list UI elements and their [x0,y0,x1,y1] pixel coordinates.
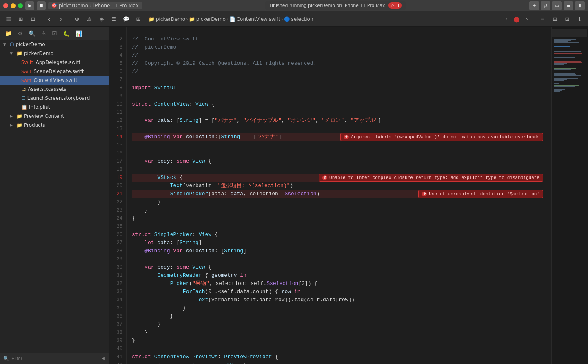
sidebar-nav-test[interactable]: ☑ [50,29,59,38]
tree-item-assets[interactable]: 🗂 Assets.xcassets [0,85,109,94]
code-line-34: Text(verbatim: self.data[row]).tag(self.… [132,296,543,304]
breadcrumb: 📁 pickerDemo › 📁 pickerDemo › 📄 ContentV… [145,16,499,22]
tree-item-appdelegate[interactable]: Swift AppDelegate.swift [0,58,109,67]
line-num-10: 10 [111,100,122,108]
project-name: pickerDemo [16,42,45,47]
breadcrumb-item-4[interactable]: 🔵 selection [284,16,313,22]
jump-bar-btn[interactable]: ⊞ [16,14,26,24]
close-button[interactable] [3,3,8,8]
line-num-25: 25 [111,223,122,231]
lines-btn[interactable]: ≡ [537,14,548,24]
show-related-btn[interactable]: ⊡ [28,14,38,24]
code-lines: // ContentView.swift // pickerDemo // //… [127,27,551,364]
tree-item-folder-pickerdemo[interactable]: ▼ 📁 pickerDemo [0,49,109,58]
sidebar-nav-search[interactable]: 🔍 [27,29,37,38]
line-num-17: 17 [111,157,122,165]
code-line-14: @Binding var selection:[String] = ["バナナ"… [132,133,543,141]
layout-button-3[interactable]: ▮ [575,1,585,10]
line-num-14: 14 [111,133,122,141]
run-button[interactable]: ▶ [25,1,34,10]
sidebar-nav-folder[interactable]: 📁 [3,29,13,38]
folder-icon-1: 📁 [149,16,155,22]
line-num-4: 4 [111,51,122,60]
tree-item-scenedelegate[interactable]: Swift SceneDelegate.swift [0,67,109,76]
sidebar: 📁 ⚙ 🔍 ⚠ ☑ 🐛 📊 ▼ ⬡ pickerDemo ▼ 📁 pickerD… [0,27,109,364]
code-line-16 [132,149,543,157]
tree-item-project[interactable]: ▼ ⬡ pickerDemo [0,40,109,49]
error-count: 3 [396,3,399,8]
sidebar-nav-issues[interactable]: ⚠ [40,29,48,38]
line-num-blank1 [111,27,122,35]
minimize-button[interactable] [11,3,16,8]
swift-icon-3: Swift [21,78,31,83]
bookmark-btn[interactable]: ◈ [96,14,107,24]
layout-button-2[interactable]: ▬ [564,1,573,10]
tree-item-infoplist[interactable]: 📋 Info.plist [0,103,109,112]
status-message-bar: Finished running pickerDemo on iPhone 11… [265,1,407,10]
line-num-6: 6 [111,68,122,76]
scheme-selector[interactable]: 🎯 pickerDemo › iPhone 11 Pro Max [48,2,142,9]
products-label: Products [24,122,45,128]
line-num-27: 27 [111,239,122,247]
back-button[interactable]: ‹ [44,14,54,24]
layout-button-1[interactable]: ▭ [552,1,562,10]
comment-btn[interactable]: 💬 [121,14,131,24]
tree-item-launchscreen[interactable]: ☐ LaunchScreen.storyboard [0,94,109,103]
folder-icon-products: 📁 [16,122,22,128]
split-view-button[interactable]: ⇄ [541,1,550,10]
sidebar-nav-reports[interactable]: 📊 [74,29,84,38]
toolbar-sep-2 [69,15,69,23]
breadcrumb-item-2[interactable]: 📁 pickerDemo [189,16,226,22]
plist-icon: 📋 [21,104,27,110]
prev-error-btn[interactable]: ‹ [501,14,512,24]
titlebar: ▶ ■ 🎯 pickerDemo › iPhone 11 Pro Max Fin… [0,0,588,11]
line-num-18: 18 [111,165,122,174]
sidebar-header: 📁 ⚙ 🔍 ⚠ ☑ 🐛 📊 [0,27,109,40]
stop-button[interactable]: ■ [37,1,46,10]
code-line-6: // [132,68,543,76]
code-line-2: // ContentView.swift [132,35,543,43]
code-line-12: var data: [String] = ["バナナ", "パイナップル", "… [132,117,543,125]
breadcrumb-item-3[interactable]: 📄 ContentView.swift [229,16,280,22]
editor-area: 2 3 4 5 6 7 8 9 10 11 12 13 14 15 16 17 [109,27,588,364]
sidebar-nav-debug[interactable]: 🐛 [61,29,71,38]
code-line-15 [132,141,543,149]
canvas-btn[interactable]: ⊡ [562,14,572,24]
add-btn[interactable]: ⊕ [72,14,82,24]
device-name: iPhone 11 Pro Max [93,3,139,9]
code-line-25 [132,223,543,231]
line-num-28: 28 [111,247,122,255]
code-editor[interactable]: 2 3 4 5 6 7 8 9 10 11 12 13 14 15 16 17 [109,27,551,364]
assets-label: Assets.xcassets [28,86,67,92]
forward-button[interactable]: › [56,14,67,24]
code-line-20: Text(verbatim: "選択項目: \(selection)") [132,182,543,190]
code-line-37: } [132,320,543,329]
line-num-16: 16 [111,149,122,157]
line-num-34: 34 [111,296,122,304]
error-indicator: ⬤ [513,14,520,24]
add-tab-button[interactable]: + [529,1,539,10]
next-error-btn[interactable]: › [521,14,532,24]
warning-btn[interactable]: ⚠ [84,14,95,24]
code-line-17: var body: some View { [132,157,543,165]
tree-item-preview-content[interactable]: ▶ 📁 Preview Content [0,112,109,121]
line-num-3: 3 [111,43,122,51]
inspector-btn[interactable]: ℹ [574,14,585,24]
expand-icon: ▼ [3,42,8,46]
tree-item-products[interactable]: ▶ 📁 Products [0,121,109,130]
code-line-24: } [132,214,543,223]
minimap-btn[interactable]: ⊟ [550,14,560,24]
list-btn[interactable]: ☰ [109,14,119,24]
filter-input[interactable] [11,356,99,362]
navigator-toggle[interactable]: ☰ [3,14,14,24]
maximize-button[interactable] [18,3,23,8]
tree-item-contentview[interactable]: Swift ContentView.swift [0,76,109,85]
line-num-15: 15 [111,141,122,149]
grid-btn[interactable]: ⊞ [133,14,144,24]
line-num-12: 12 [111,117,122,125]
code-line-11 [132,108,543,117]
breadcrumb-item-1[interactable]: 📁 pickerDemo [149,16,185,22]
sidebar-nav-source[interactable]: ⚙ [16,29,24,38]
error-icon-19: ⊗ [322,175,327,180]
code-line-27: let data: [String] [132,239,543,247]
